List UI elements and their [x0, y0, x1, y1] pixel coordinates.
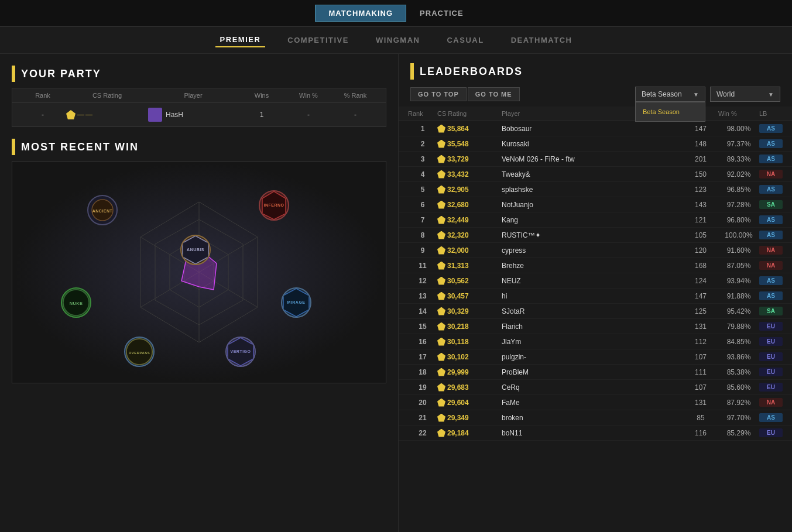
- player-rating-value: ——: [77, 111, 94, 119]
- region-dropdown-arrow: ▼: [768, 91, 774, 98]
- lb-rank: 21: [408, 414, 437, 422]
- lb-rating-value: 29,683: [447, 383, 469, 392]
- tab-deathmatch[interactable]: DEATHMATCH: [506, 33, 577, 47]
- map-icon-vertigo[interactable]: VERTIGO: [225, 337, 256, 367]
- lb-rating: 35,548: [437, 140, 502, 148]
- lb-rank: 11: [408, 262, 437, 270]
- practice-tab[interactable]: PRACTICE: [406, 5, 476, 22]
- table-row: 17 30,102 pulgzin- 107 93.86% EU: [399, 349, 792, 365]
- lb-rating-value: 29,604: [447, 399, 469, 407]
- lb-wins: 147: [683, 125, 718, 133]
- map-icon-inferno[interactable]: INFERNO: [259, 190, 289, 221]
- rating-gem-icon: [437, 140, 445, 148]
- lb-wins: 112: [683, 338, 718, 346]
- lb-region: EU: [759, 428, 783, 437]
- recent-win-title: MOST RECENT WIN: [21, 141, 139, 153]
- rating-gem-icon: [437, 170, 445, 179]
- lb-rating: 33,432: [437, 170, 502, 179]
- lb-col-lb: LB: [759, 110, 783, 117]
- lb-region: SA: [759, 200, 783, 209]
- lb-rank: 17: [408, 353, 437, 361]
- lb-player-name: pulgzin-: [502, 353, 683, 361]
- lb-region: EU: [759, 337, 783, 346]
- rating-gem-icon: [437, 383, 445, 392]
- table-row: 21 29,349 broken 85 97.70% AS: [399, 410, 792, 425]
- map-badge-mirage: MIRAGE: [281, 287, 311, 318]
- lb-winpct: 92.02%: [718, 170, 759, 179]
- svg-text:VERTIGO: VERTIGO: [230, 349, 251, 353]
- season-option-beta[interactable]: Beta Season: [636, 106, 705, 118]
- lb-section-accent: [410, 63, 414, 80]
- lb-rating-value: 30,218: [447, 322, 469, 331]
- lb-winpct: 84.85%: [718, 338, 759, 346]
- map-icon-overpass[interactable]: OVERPASS: [124, 337, 155, 367]
- lb-rating-value: 29,349: [447, 414, 469, 422]
- region-dropdown[interactable]: World ▼: [710, 87, 780, 102]
- svg-text:ANCIENT: ANCIENT: [92, 209, 112, 213]
- lb-rating-value: 30,102: [447, 353, 469, 361]
- lb-rank: 1: [408, 125, 437, 133]
- lb-player-name: boN11: [502, 429, 683, 437]
- tab-casual[interactable]: CASUAL: [442, 33, 488, 47]
- map-badge-ancient: ANCIENT: [87, 195, 118, 225]
- lb-player-name: broken: [502, 414, 683, 422]
- party-box: Rank CS Rating Player Wins Win % % Rank …: [12, 88, 386, 127]
- lb-winpct: 87.92%: [718, 399, 759, 407]
- map-badge-inferno: INFERNO: [259, 190, 289, 221]
- lb-winpct: 97.28%: [718, 201, 759, 209]
- map-icon-nuke[interactable]: NUKE: [61, 287, 91, 318]
- lb-rating: 33,729: [437, 155, 502, 163]
- lb-rating: 30,562: [437, 277, 502, 285]
- lb-region: EU: [759, 352, 783, 361]
- tab-competitive[interactable]: COMPETITIVE: [283, 33, 354, 47]
- table-row: 7 32,449 Kang 121 96.80% AS: [399, 212, 792, 228]
- lb-player-name: Kurosaki: [502, 140, 683, 148]
- lb-rank: 16: [408, 338, 437, 346]
- lb-region: NA: [759, 246, 783, 255]
- table-row: 15 30,218 Flarich 131 79.88% EU: [399, 319, 792, 334]
- season-dropdown[interactable]: Beta Season ▼: [635, 87, 705, 102]
- lb-wins: 201: [683, 155, 718, 163]
- lb-nav-buttons: GO TO TOP GO TO ME: [410, 87, 520, 101]
- lb-region: AS: [759, 276, 783, 285]
- table-row: 3 33,729 VeNoM 026 - FiRe - ftw 201 89.3…: [399, 152, 792, 167]
- map-icon-ancient[interactable]: ANCIENT: [87, 195, 118, 225]
- lb-winpct: 93.94%: [718, 277, 759, 285]
- map-icon-anubis[interactable]: ANUBIS: [180, 235, 211, 265]
- lb-wins: 107: [683, 353, 718, 361]
- lb-rating: 35,864: [437, 125, 502, 133]
- lb-wins: 120: [683, 246, 718, 255]
- rating-gem-icon: [437, 262, 445, 270]
- lb-region: AS: [759, 291, 783, 300]
- lb-rating: 32,449: [437, 216, 502, 224]
- lb-rank: 8: [408, 231, 437, 239]
- svg-text:INFERNO: INFERNO: [264, 203, 284, 207]
- matchmaking-tab[interactable]: MATCHMAKING: [315, 5, 406, 22]
- table-row: 13 30,457 hi 147 91.88% AS: [399, 289, 792, 304]
- lb-region: AS: [759, 231, 783, 239]
- player-wins: 1: [238, 111, 285, 119]
- go-to-me-button[interactable]: GO TO ME: [468, 87, 520, 101]
- tab-wingman[interactable]: WINGMAN: [371, 33, 425, 47]
- lb-title-row: LEADERBOARDS: [410, 63, 780, 80]
- lb-wins: 116: [683, 429, 718, 437]
- top-nav: MATCHMAKING PRACTICE: [0, 0, 792, 27]
- rating-gem-icon: [437, 155, 445, 163]
- map-badge-overpass: OVERPASS: [124, 337, 155, 367]
- col-csrating: CS Rating: [66, 92, 148, 99]
- lb-rank: 9: [408, 246, 437, 255]
- table-row: 16 30,118 JlaYm 112 84.85% EU: [399, 334, 792, 349]
- lb-wins: 107: [683, 383, 718, 392]
- lb-region: NA: [759, 170, 783, 179]
- table-row: 2 35,548 Kurosaki 148 97.37% AS: [399, 136, 792, 152]
- go-to-top-button[interactable]: GO TO TOP: [410, 87, 467, 101]
- col-player: Player: [148, 92, 238, 99]
- lb-region: AS: [759, 215, 783, 224]
- lb-rank: 14: [408, 307, 437, 315]
- rating-gem-icon: [437, 399, 445, 407]
- party-table-header: Rank CS Rating Player Wins Win % % Rank: [12, 88, 386, 103]
- lb-rating-value: 32,320: [447, 231, 469, 239]
- map-icon-mirage[interactable]: MIRAGE: [281, 287, 311, 318]
- lb-rating-value: 32,905: [447, 186, 469, 194]
- tab-premier[interactable]: PREMIER: [215, 33, 266, 47]
